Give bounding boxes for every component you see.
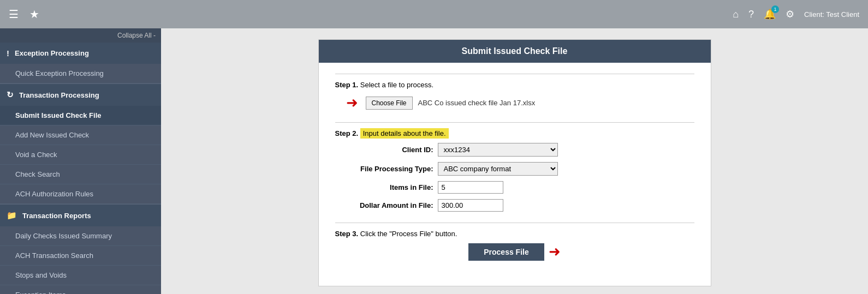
menu-icon[interactable]: ☰ — [9, 8, 19, 21]
sidebar-item-ach-search[interactable]: ACH Transaction Search — [0, 246, 161, 266]
bell-badge: 1 — [771, 5, 779, 13]
collapse-all[interactable]: Collapse All - — [0, 28, 161, 43]
client-id-label: Client ID: — [346, 146, 433, 154]
settings-icon[interactable]: ⚙ — [786, 8, 794, 20]
dollar-amount-input[interactable] — [438, 199, 503, 212]
file-processing-type-select[interactable]: ABC company format Standard format — [438, 162, 558, 176]
process-file-button[interactable]: Process File — [468, 243, 544, 261]
sidebar-section-transaction-reports: 📁 Transaction Reports Daily Checks Issue… — [0, 205, 161, 294]
step1-label: Step 1. Select a file to process. — [335, 81, 694, 89]
file-row: ➜ Choose File ABC Co issued check file J… — [346, 94, 694, 111]
bell-wrapper[interactable]: 🔔 1 — [764, 8, 776, 20]
help-icon[interactable]: ? — [748, 9, 754, 20]
sidebar-item-stops-voids[interactable]: Stops and Voids — [0, 266, 161, 285]
exception-section-label: Exception Processing — [15, 49, 89, 57]
sidebar: Collapse All - ! Exception Processing Qu… — [0, 28, 161, 294]
client-id-row: Client ID: xxx1234 xxx5678 — [346, 143, 694, 157]
sidebar-section-exception: ! Exception Processing Quick Exception P… — [0, 43, 161, 84]
sidebar-item-void-check[interactable]: Void a Check — [0, 145, 161, 165]
sidebar-item-exception-items[interactable]: Exception Items — [0, 285, 161, 294]
nav-right: ⌂ ? 🔔 1 ⚙ Client: Test Client — [733, 8, 859, 20]
file-processing-type-label: File Processing Type: — [346, 165, 433, 173]
sidebar-item-ach-auth-rules[interactable]: ACH Authorization Rules — [0, 184, 161, 204]
transaction-processing-icon: ↻ — [7, 90, 14, 100]
sidebar-item-add-new-issued[interactable]: Add New Issued Check — [0, 125, 161, 145]
dollar-amount-row: Dollar Amount in File: — [346, 199, 694, 212]
form-panel: Submit Issued Check File Step 1. Select … — [318, 39, 711, 286]
transaction-processing-label: Transaction Processing — [19, 91, 99, 99]
step3-label: Step 3. Click the "Process File" button. — [335, 230, 694, 238]
form-fields: Client ID: xxx1234 xxx5678 File Processi… — [346, 143, 694, 212]
step3-section: Step 3. Click the "Process File" button.… — [335, 223, 694, 261]
arrow-to-file-icon: ➜ — [346, 94, 358, 111]
top-navbar: ☰ ★ ⌂ ? 🔔 1 ⚙ Client: Test Client — [0, 0, 868, 28]
exception-icon: ! — [7, 49, 9, 58]
choose-file-button[interactable]: Choose File — [366, 97, 413, 110]
sidebar-section-header-transaction-reports[interactable]: 📁 Transaction Reports — [0, 205, 161, 226]
sidebar-section-transaction-processing: ↻ Transaction Processing Submit Issued C… — [0, 84, 161, 205]
step1-section: Step 1. Select a file to process. ➜ Choo… — [335, 74, 694, 111]
client-id-select[interactable]: xxx1234 xxx5678 — [438, 143, 558, 157]
file-processing-type-row: File Processing Type: ABC company format… — [346, 162, 694, 176]
content-area: Submit Issued Check File Step 1. Select … — [161, 28, 868, 294]
items-in-file-input[interactable] — [438, 181, 503, 194]
main-layout: Collapse All - ! Exception Processing Qu… — [0, 28, 868, 294]
nav-left: ☰ ★ — [9, 8, 39, 21]
sidebar-item-daily-checks[interactable]: Daily Checks Issued Summary — [0, 226, 161, 246]
sidebar-section-header-exception[interactable]: ! Exception Processing — [0, 43, 161, 64]
dollar-amount-label: Dollar Amount in File: — [346, 201, 433, 209]
sidebar-item-quick-exception[interactable]: Quick Exception Processing — [0, 64, 161, 83]
form-body: Step 1. Select a file to process. ➜ Choo… — [319, 63, 711, 286]
file-name-display: ABC Co issued check file Jan 17.xlsx — [418, 99, 536, 107]
client-label: Client: Test Client — [804, 10, 859, 19]
process-btn-row: Process File ➜ — [335, 243, 694, 261]
sidebar-item-check-search[interactable]: Check Search — [0, 165, 161, 184]
arrow-to-process-icon: ➜ — [549, 243, 561, 261]
transaction-reports-label: Transaction Reports — [22, 212, 91, 220]
step2-section: Step 2. Input details about the file. Cl… — [335, 122, 694, 212]
transaction-reports-icon: 📁 — [7, 211, 17, 220]
home-icon[interactable]: ⌂ — [733, 9, 739, 20]
sidebar-item-submit-issued[interactable]: Submit Issued Check File — [0, 106, 161, 125]
items-in-file-row: Items in File: — [346, 181, 694, 194]
form-panel-header: Submit Issued Check File — [319, 40, 711, 63]
step2-label: Step 2. Input details about the file. — [335, 129, 694, 137]
items-in-file-label: Items in File: — [346, 183, 433, 191]
sidebar-section-header-transaction-processing[interactable]: ↻ Transaction Processing — [0, 84, 161, 106]
star-icon[interactable]: ★ — [29, 8, 39, 21]
